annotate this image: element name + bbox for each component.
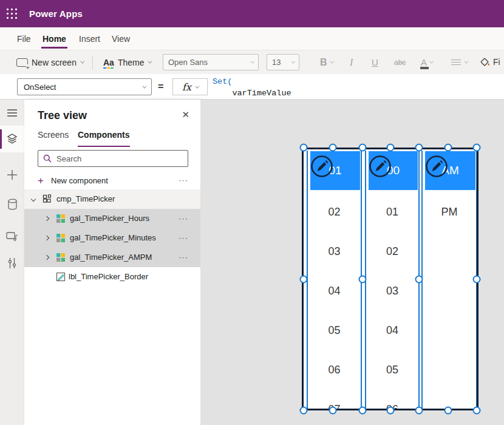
ellipsis-icon[interactable]: ··· — [179, 233, 188, 242]
resize-handle[interactable] — [473, 276, 481, 284]
resize-handle[interactable] — [415, 276, 423, 284]
top-app-bar: Power Apps — [0, 0, 504, 27]
search-input[interactable] — [56, 154, 183, 163]
resize-handle[interactable] — [359, 144, 367, 152]
gallery-item[interactable]: 02 — [308, 205, 361, 219]
resize-handle[interactable] — [444, 407, 452, 415]
new-screen-button[interactable]: New screen — [16, 50, 83, 74]
tree-item-gal-hours[interactable]: gal_TimePicker_Hours ··· — [24, 209, 200, 228]
new-component-label: New component — [51, 176, 108, 185]
gallery-item[interactable]: 04 — [366, 323, 418, 338]
rail-data-button[interactable] — [0, 191, 24, 217]
resize-handle[interactable] — [387, 144, 395, 152]
bold-button[interactable]: B — [320, 50, 333, 74]
tree-item-label: cmp_TimePicker — [56, 194, 115, 203]
gallery-item[interactable]: 06 — [308, 362, 361, 377]
close-icon[interactable]: ✕ — [182, 109, 189, 120]
rail-tree-view-button[interactable] — [0, 126, 24, 152]
align-button[interactable] — [451, 50, 467, 74]
fill-label: Fi — [493, 50, 500, 74]
resize-handle[interactable] — [300, 407, 308, 415]
strikethrough-button[interactable]: abc — [394, 50, 406, 74]
resize-handle[interactable] — [300, 276, 308, 284]
ribbon-toolbar: New screen Aa Theme Open Sans 13 B I U a… — [0, 50, 504, 74]
plus-icon: + — [38, 175, 44, 187]
gallery-item[interactable]: 04 — [308, 284, 361, 298]
chevron-right-icon[interactable] — [44, 236, 49, 240]
font-family-select[interactable]: Open Sans — [163, 54, 259, 70]
search-box[interactable] — [38, 150, 188, 167]
edit-pencil-icon[interactable] — [425, 155, 448, 178]
gallery-item[interactable]: 03 — [366, 284, 418, 298]
power-apps-studio: { "topbar": { "app_name": "Power Apps" }… — [0, 0, 504, 425]
theme-button[interactable]: Aa Theme — [103, 50, 151, 74]
menu-insert[interactable]: Insert — [79, 27, 100, 50]
new-screen-label: New screen — [32, 58, 77, 67]
gallery-item[interactable]: 02 — [366, 244, 418, 259]
chevron-down-icon[interactable] — [31, 197, 36, 202]
tree-item-label: gal_TimePicker_Hours — [70, 214, 149, 223]
gallery-item[interactable]: 05 — [366, 362, 418, 377]
italic-button[interactable]: I — [350, 50, 353, 74]
tree-item-gal-minutes[interactable]: gal_TimePicker_Minutes ··· — [24, 228, 200, 248]
resize-handle[interactable] — [329, 144, 337, 152]
ellipsis-icon[interactable]: ··· — [179, 214, 188, 223]
new-component-button[interactable]: + New component ··· — [24, 172, 200, 189]
fx-icon: fx — [182, 81, 191, 93]
gallery-item[interactable]: PM — [423, 205, 476, 219]
resize-handle[interactable] — [329, 407, 337, 415]
tree-item-cmp-timepicker[interactable]: cmp_TimePicker — [24, 189, 200, 209]
resize-handle[interactable] — [473, 144, 481, 152]
menu-home[interactable]: Home — [43, 27, 66, 50]
theme-label: Theme — [118, 58, 145, 67]
rail-hamburger-button[interactable] — [0, 100, 24, 126]
resize-handle[interactable] — [444, 144, 452, 152]
gallery-item[interactable]: 03 — [308, 244, 361, 259]
resize-handle[interactable] — [359, 407, 367, 415]
chevron-down-icon — [142, 84, 146, 88]
menu-file[interactable]: File — [17, 27, 31, 50]
gallery-item[interactable]: 01 — [366, 205, 418, 219]
resize-handle[interactable] — [473, 407, 481, 415]
fill-bucket-icon — [479, 56, 491, 68]
font-color-icon: A — [421, 57, 427, 67]
chevron-down-icon — [250, 59, 254, 64]
fill-button[interactable] — [479, 50, 491, 74]
rail-media-button[interactable] — [0, 223, 24, 250]
resize-handle[interactable] — [415, 407, 423, 415]
tree-view-panel: Tree view ✕ Screens Components + New com… — [24, 100, 200, 425]
tab-screens[interactable]: Screens — [38, 130, 69, 146]
rail-tools-button[interactable] — [0, 250, 24, 276]
edit-pencil-icon[interactable] — [310, 155, 333, 178]
gallery-item[interactable]: 05 — [308, 323, 361, 338]
underline-button[interactable]: U — [372, 50, 378, 74]
edit-pencil-icon[interactable] — [369, 155, 392, 178]
component-icon — [43, 194, 52, 204]
tree-item-gal-ampm[interactable]: gal_TimePicker_AMPM ··· — [24, 248, 200, 267]
timepicker-component[interactable]: 01 02 03 04 05 06 07 00 — [302, 148, 478, 410]
fx-button[interactable]: fx — [172, 78, 208, 95]
gallery-minutes[interactable]: 00 01 02 03 04 05 06 — [365, 151, 420, 410]
chevron-right-icon[interactable] — [44, 255, 49, 260]
ellipsis-icon[interactable]: ··· — [179, 253, 188, 262]
design-canvas[interactable]: 01 02 03 04 05 06 07 00 — [200, 100, 504, 425]
resize-handle[interactable] — [387, 407, 395, 415]
chevron-right-icon[interactable] — [44, 216, 49, 221]
menu-view[interactable]: View — [112, 27, 130, 50]
gallery-ampm[interactable]: AM PM — [421, 151, 477, 410]
tab-components[interactable]: Components — [78, 130, 130, 146]
property-value: OnSelect — [24, 83, 56, 92]
resize-handle[interactable] — [300, 144, 308, 152]
font-size-select[interactable]: 13 — [267, 54, 299, 70]
waffle-menu-icon[interactable] — [5, 7, 19, 21]
tree-item-lbl-border[interactable]: lbl_TimePicker_Border — [24, 267, 200, 287]
font-color-button[interactable]: A — [421, 50, 432, 74]
panel-title: Tree view — [38, 109, 87, 122]
resize-handle[interactable] — [415, 144, 423, 152]
ellipsis-icon[interactable]: ··· — [179, 175, 188, 185]
property-select[interactable]: OnSelect — [17, 78, 152, 95]
resize-handle[interactable] — [359, 276, 367, 284]
formula-editor[interactable]: Set( varTimeValue — [213, 76, 504, 100]
rail-insert-button[interactable] — [0, 162, 24, 188]
gallery-hours[interactable]: 01 02 03 04 05 06 07 — [307, 151, 362, 410]
